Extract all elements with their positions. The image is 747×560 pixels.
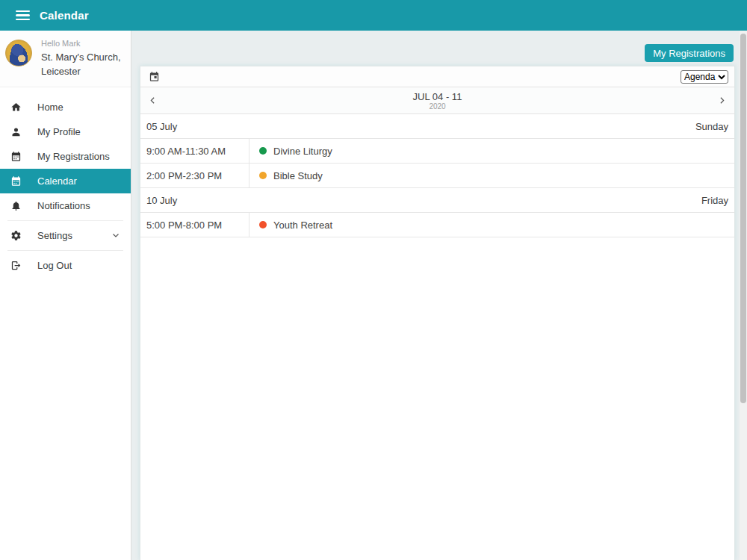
calendar-icon — [10, 175, 22, 187]
sidebar-item-my-profile[interactable]: My Profile — [0, 119, 131, 144]
date-range: JUL 04 - 11 — [413, 91, 462, 102]
sidebar-item-my-registrations[interactable]: My Registrations — [0, 144, 131, 169]
event-title: Bible Study — [273, 170, 323, 181]
app-title: Calendar — [40, 9, 89, 22]
sidebar-item-label: My Profile — [37, 126, 81, 137]
chevron-right-icon — [717, 96, 727, 105]
agenda-event-row[interactable]: 2:00 PM-2:30 PM Bible Study — [140, 164, 734, 188]
event-title: Divine Liturgy — [273, 146, 332, 157]
chevron-down-icon — [111, 231, 120, 240]
calendar-today-icon — [149, 71, 160, 82]
sidebar-item-calendar[interactable]: Calendar — [0, 169, 131, 193]
agenda-date: 05 July — [146, 121, 177, 132]
view-select[interactable]: Agenda — [681, 70, 728, 84]
scheduler-card: Agenda JUL 04 - 11 2020 05 July Sunday 9… — [140, 66, 735, 560]
date-range-title: JUL 04 - 11 2020 — [140, 87, 734, 113]
bell-icon — [10, 200, 22, 211]
sidebar: Hello Mark St. Mary's Church, Leicester … — [0, 31, 131, 560]
sidebar-nav: Home My Profile My Registrations Calenda… — [0, 87, 131, 278]
prev-week-button[interactable] — [140, 87, 170, 113]
event-color-dot — [259, 221, 267, 228]
agenda-date: 10 July — [146, 195, 177, 206]
logout-icon — [10, 260, 22, 271]
scrollbar-thumb[interactable] — [740, 34, 746, 403]
agenda-date-row: 05 July Sunday — [140, 114, 734, 139]
scrollbar-track[interactable] — [740, 31, 747, 560]
event-color-dot — [259, 172, 267, 179]
chevron-left-icon — [148, 96, 158, 105]
sidebar-item-label: My Registrations — [37, 151, 110, 162]
app-header: Calendar — [0, 0, 747, 31]
profile-section: Hello Mark St. Mary's Church, Leicester — [0, 31, 131, 87]
sidebar-item-label: Notifications — [37, 200, 90, 211]
event-title: Youth Retreat — [273, 220, 332, 231]
my-registrations-button[interactable]: My Registrations — [645, 44, 734, 62]
main-content: My Registrations Agenda JUL 04 - 11 2020 — [131, 31, 747, 560]
scheduler-nav: JUL 04 - 11 2020 — [140, 87, 734, 114]
next-week-button[interactable] — [704, 87, 734, 113]
divider — [7, 220, 123, 221]
profile-org-line1: St. Mary's Church, — [41, 50, 121, 65]
divider — [7, 250, 123, 251]
profile-greeting: Hello Mark — [41, 37, 121, 50]
sidebar-item-label: Log Out — [37, 260, 72, 271]
event-time: 2:00 PM-2:30 PM — [140, 164, 249, 187]
agenda-day: Friday — [701, 195, 728, 206]
agenda-event-row[interactable]: 5:00 PM-8:00 PM Youth Retreat — [140, 213, 734, 237]
person-icon — [10, 126, 22, 137]
event-color-dot — [259, 147, 267, 155]
date-year: 2020 — [429, 102, 445, 111]
agenda-day: Sunday — [695, 121, 728, 132]
gear-icon — [10, 230, 22, 241]
home-icon — [10, 102, 22, 113]
sidebar-item-notifications[interactable]: Notifications — [0, 193, 131, 218]
sidebar-item-label: Settings — [37, 230, 72, 241]
avatar — [5, 40, 32, 66]
sidebar-item-home[interactable]: Home — [0, 95, 131, 119]
event-time: 9:00 AM-11:30 AM — [140, 139, 249, 163]
event-time: 5:00 PM-8:00 PM — [140, 213, 249, 237]
sidebar-item-label: Home — [37, 102, 63, 113]
sidebar-item-label: Calendar — [37, 175, 77, 187]
sidebar-item-settings[interactable]: Settings — [0, 223, 131, 248]
calendar-icon — [10, 151, 22, 162]
menu-icon[interactable] — [16, 10, 30, 21]
scheduler-toolbar: Agenda — [140, 66, 734, 87]
agenda-date-row: 10 July Friday — [140, 188, 734, 213]
sidebar-item-log-out[interactable]: Log Out — [0, 253, 131, 278]
profile-org-line2: Leicester — [41, 64, 121, 79]
agenda-event-row[interactable]: 9:00 AM-11:30 AM Divine Liturgy — [140, 139, 734, 164]
calendar-today-button[interactable] — [146, 69, 161, 84]
